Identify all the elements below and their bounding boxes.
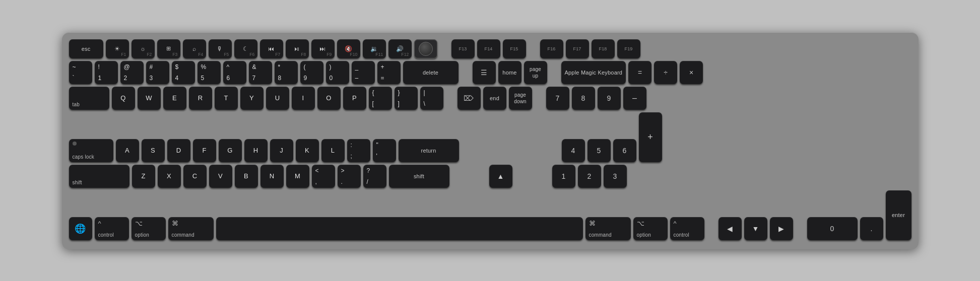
key-r[interactable]: R xyxy=(189,87,212,110)
key-f11[interactable]: 🔉 F11 xyxy=(363,39,386,58)
key-num-6[interactable]: 6 xyxy=(613,139,636,162)
key-c[interactable]: C xyxy=(183,165,207,188)
key-f2[interactable]: ☼ F2 xyxy=(132,39,155,58)
key-command-right[interactable]: ⌘ command xyxy=(585,217,631,240)
key-num-minus[interactable]: – xyxy=(623,87,646,110)
key-y[interactable]: Y xyxy=(240,87,264,110)
key-minus[interactable]: _ – xyxy=(352,61,375,84)
key-x[interactable]: X xyxy=(158,165,181,188)
key-0[interactable]: ) 0 xyxy=(326,61,349,84)
key-m[interactable]: M xyxy=(286,165,309,188)
key-a[interactable]: A xyxy=(116,139,139,162)
key-f15[interactable]: F15 xyxy=(503,39,526,58)
key-2[interactable]: @ 2 xyxy=(120,61,144,84)
key-3[interactable]: # 3 xyxy=(146,61,169,84)
key-num-4[interactable]: 4 xyxy=(562,139,585,162)
key-f14[interactable]: F14 xyxy=(477,39,500,58)
key-period[interactable]: > . xyxy=(338,165,361,188)
key-command-left[interactable]: ⌘ command xyxy=(168,217,214,240)
key-num-9[interactable]: 9 xyxy=(598,87,621,110)
key-5[interactable]: % 5 xyxy=(198,61,221,84)
key-delete[interactable]: delete xyxy=(403,61,459,84)
key-9[interactable]: ( 9 xyxy=(300,61,323,84)
key-f8[interactable]: ⏯ F8 xyxy=(286,39,309,58)
key-b[interactable]: B xyxy=(235,165,258,188)
key-f3[interactable]: ⊞ F3 xyxy=(157,39,180,58)
key-arrow-up[interactable]: ▲ xyxy=(489,165,512,188)
key-quote[interactable]: " ' xyxy=(373,139,396,162)
key-s[interactable]: S xyxy=(142,139,165,162)
key-f16[interactable]: F16 xyxy=(540,39,563,58)
key-num-5[interactable]: 5 xyxy=(587,139,611,162)
key-tab[interactable]: tab xyxy=(69,87,109,110)
key-f12[interactable]: 🔊 F12 xyxy=(388,39,412,58)
key-k[interactable]: K xyxy=(296,139,319,162)
key-f13[interactable]: F13 xyxy=(451,39,475,58)
key-num-equals[interactable]: = xyxy=(628,61,651,84)
key-num-2[interactable]: 2 xyxy=(578,165,601,188)
key-f18[interactable]: F18 xyxy=(592,39,615,58)
key-f10[interactable]: 🔇 F10 xyxy=(337,39,360,58)
key-8[interactable]: * 8 xyxy=(275,61,298,84)
key-f6[interactable]: ☾ F6 xyxy=(234,39,257,58)
key-f1[interactable]: ☀ F1 xyxy=(106,39,129,58)
key-l[interactable]: L xyxy=(321,139,345,162)
key-page-up[interactable]: pageup xyxy=(524,61,547,84)
key-n[interactable]: N xyxy=(260,165,284,188)
key-shift-right[interactable]: shift xyxy=(389,165,449,188)
key-slash[interactable]: ? / xyxy=(363,165,386,188)
key-num-enter[interactable]: enter xyxy=(886,190,911,240)
key-f7[interactable]: ⏮ F7 xyxy=(260,39,283,58)
key-equals[interactable]: + = xyxy=(377,61,401,84)
key-touch-id[interactable] xyxy=(414,39,437,58)
key-option-left[interactable]: ⌥ option xyxy=(132,217,166,240)
key-page-down[interactable]: pagedown xyxy=(509,87,532,110)
key-v[interactable]: V xyxy=(209,165,232,188)
key-num-8[interactable]: 8 xyxy=(572,87,595,110)
key-delete-forward[interactable]: ⌦ xyxy=(458,87,481,110)
key-f[interactable]: F xyxy=(193,139,216,162)
key-control-left[interactable]: ^ control xyxy=(95,217,129,240)
key-arrow-left[interactable]: ◀ xyxy=(718,217,742,240)
key-num-0[interactable]: 0 xyxy=(807,217,858,240)
key-close-bracket[interactable]: } ] xyxy=(395,87,418,110)
key-caps-lock[interactable]: caps lock xyxy=(69,139,113,162)
key-backslash[interactable]: | \ xyxy=(420,87,443,110)
key-arrow-down[interactable]: ▼ xyxy=(744,217,767,240)
key-f9[interactable]: ⏭ F9 xyxy=(311,39,335,58)
key-space[interactable] xyxy=(216,217,583,240)
key-q[interactable]: Q xyxy=(112,87,135,110)
key-u[interactable]: U xyxy=(266,87,289,110)
key-num-multiply[interactable]: × xyxy=(680,61,703,84)
key-f19[interactable]: F19 xyxy=(617,39,640,58)
key-i[interactable]: I xyxy=(292,87,315,110)
key-h[interactable]: H xyxy=(244,139,268,162)
key-menu[interactable]: ☰ xyxy=(473,61,496,84)
key-num-divide[interactable]: ÷ xyxy=(654,61,677,84)
key-t[interactable]: T xyxy=(215,87,238,110)
key-globe[interactable]: 🌐 xyxy=(69,217,92,240)
key-clear[interactable]: Apple Magic Keyboard xyxy=(561,61,626,84)
key-o[interactable]: O xyxy=(317,87,341,110)
key-backtick[interactable]: ~ ` xyxy=(69,61,92,84)
key-7[interactable]: & 7 xyxy=(249,61,272,84)
key-p[interactable]: P xyxy=(343,87,366,110)
key-f4[interactable]: ⌕ F4 xyxy=(183,39,206,58)
key-z[interactable]: Z xyxy=(132,165,155,188)
key-open-bracket[interactable]: { [ xyxy=(369,87,392,110)
key-e[interactable]: E xyxy=(163,87,186,110)
key-return[interactable]: return xyxy=(399,139,459,162)
key-num-plus[interactable]: + xyxy=(639,112,662,162)
key-num-dot[interactable]: . xyxy=(860,217,883,240)
key-home[interactable]: home xyxy=(498,61,521,84)
key-w[interactable]: W xyxy=(138,87,161,110)
key-end[interactable]: end xyxy=(483,87,506,110)
key-g[interactable]: G xyxy=(219,139,242,162)
key-shift-left[interactable]: shift xyxy=(69,165,129,188)
key-control-right[interactable]: ^ control xyxy=(670,217,704,240)
key-f5[interactable]: 🎙 F5 xyxy=(209,39,232,58)
key-semicolon[interactable]: : ; xyxy=(347,139,370,162)
key-j[interactable]: J xyxy=(270,139,293,162)
key-num-7[interactable]: 7 xyxy=(546,87,569,110)
key-num-1[interactable]: 1 xyxy=(552,165,575,188)
